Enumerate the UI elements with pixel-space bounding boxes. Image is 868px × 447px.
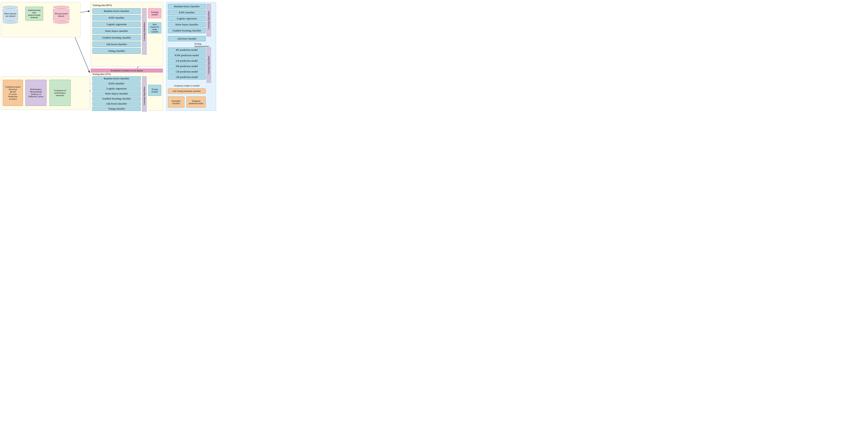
preprocessing-panel: Heart disease raw dataset Implementing d… <box>1 2 81 37</box>
clf-random-forest-train: Random forest classifier <box>92 8 141 14</box>
knn-prediction-model: KNN prediction model <box>168 53 206 58</box>
training-panel: Training data (80%) Random forest classi… <box>91 2 163 66</box>
clf-lr-test: Logistic regression <box>92 86 141 91</box>
ensemble-classifier-box: Ensemble classifier <box>168 96 184 108</box>
soft-voting-box: Soft Voting Ensemble classifier <box>168 88 206 94</box>
training-data-label: Training data (80%) <box>92 4 112 7</box>
lr-prediction-model: LR prediction model <box>168 58 206 63</box>
clf-ab-train: Ada boost classifier <box>92 41 141 47</box>
clf-rf-right: Random forest classifier <box>168 4 206 9</box>
ab-prediction-model: AB prediction model <box>168 75 206 80</box>
clf-gb-right: Gradient boosting classifier <box>168 28 206 33</box>
clf-knn-right: KNN classifier <box>168 10 206 15</box>
weighted-predicted-box: Weighted predicted results <box>186 96 206 108</box>
training-classifiers-list: Random forest classifier KNN classifier … <box>92 8 141 55</box>
preprocessing-box: Implementing data preprocessing methods <box>25 7 43 21</box>
clf-gb-test: Gradient boosting classifier <box>92 96 141 101</box>
results-panel: Confusion matrix Precision Recall F1-sco… <box>1 77 90 110</box>
clf-voting-train: Voting classifier <box>92 48 141 54</box>
prediction-models-list: RF prediction model KNN prediction model… <box>168 48 206 80</box>
right-classifiers-list: Random forest classifier KNN classifier … <box>168 4 206 33</box>
right-panel: Random forest classifier KNN classifier … <box>166 2 216 111</box>
confusion-matrix-box: Confusion matrix Precision Recall F1-sco… <box>3 80 23 106</box>
heart-dataset-label: Heart disease raw dataset <box>3 12 17 17</box>
finding-hyperparams-label: Finding hyperparameters <box>194 42 215 47</box>
assigning-weights-label: Assigning weights to models <box>168 84 206 87</box>
nb-prediction-model: NB prediction model <box>168 64 206 69</box>
gb-prediction-model: GB prediction model <box>168 69 206 74</box>
training-models-box: Training models <box>148 8 161 18</box>
learning-algorithms-label-train: Learning Algorithms <box>142 8 147 55</box>
eval-models-header: Evaluation of models on test dataset <box>91 69 163 72</box>
diagram-container: Heart disease raw dataset Implementing d… <box>0 0 217 112</box>
clf-lr-right: Logistic regression <box>168 16 206 21</box>
clf-lr-train: Logistic regression <box>92 22 141 27</box>
clf-ab-test: Ada boost classifier <box>92 101 141 106</box>
eval-performance-box: Evaluation of performance measures <box>50 80 71 106</box>
performance-measurement-box: Performance Measurement Analysis of Diff… <box>25 80 46 106</box>
heart-disease-dataset: Heart disease raw dataset <box>3 6 18 24</box>
rf-prediction-model: RF prediction model <box>168 48 206 52</box>
learning-algorithms-right-bottom: Learning Algorithms <box>207 48 211 83</box>
clf-knn-test: KNN classifier <box>92 81 141 86</box>
clf-voting-test: Voting classifier <box>92 107 141 111</box>
best-results-box: Best results for target variable <box>148 22 161 33</box>
test-eval-panel: Evaluation of models on test dataset Tes… <box>91 68 163 111</box>
clf-nb-right: Naïve bayes classifier <box>168 22 206 27</box>
learning-algorithms-label-test: Learning Algorithms <box>142 76 147 112</box>
clf-nb-test: Naïve bayes classifier <box>92 91 141 96</box>
preprocessed-dataset: Pre-processed dataset <box>53 6 69 24</box>
preprocessing-label: Implementing data preprocessing methods <box>27 9 41 19</box>
clf-ada-right: Ada boost classifier <box>168 36 206 41</box>
preprocessed-label: Pre-processed dataset <box>54 12 69 17</box>
learning-algorithms-right-top: Learning Algorithms <box>207 4 211 36</box>
clf-random-forest-test: Random forest classifier <box>92 76 141 81</box>
testing-classifiers-list: Random forest classifier KNN classifier … <box>92 76 141 112</box>
clf-nb-train: Naïve bayes classifier <box>92 28 141 34</box>
clf-gb-train: Gradient boosting classifier <box>92 35 141 40</box>
clf-knn-train: KNN classifier <box>92 15 141 21</box>
testing-data-label: Testing data (20%) <box>92 73 111 76</box>
testing-models-box: Testing models <box>148 85 161 96</box>
